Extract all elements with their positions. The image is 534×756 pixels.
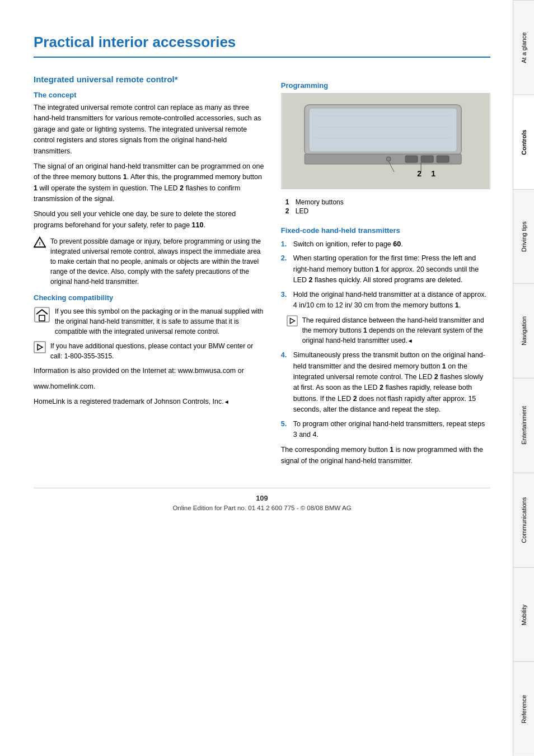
sidebar-tab-driving-tips[interactable]: Driving tips (513, 189, 534, 284)
mirror-illustration: 2 1 (282, 94, 490, 189)
warning-text: To prevent possible damage or injury, be… (50, 236, 264, 287)
step-4: 4. Simultaneously press the transmit but… (281, 350, 490, 415)
steps-list-2: 4. Simultaneously press the transmit but… (281, 350, 490, 440)
steps-list: 1. Switch on ignition, refer to page 60.… (281, 239, 490, 311)
concept-p3: Should you sell your vehicle one day, be… (34, 209, 264, 231)
conclusion-text: The corresponding memory button 1 is now… (281, 445, 490, 466)
page-number: 109 (34, 494, 490, 502)
step-1: 1. Switch on ignition, refer to page 60. (281, 239, 490, 250)
step3-note: The required distance between the hand-h… (302, 315, 490, 346)
play-info-box: If you have additional questions, please… (34, 341, 264, 361)
warning-icon: ! (34, 236, 46, 287)
svg-point-15 (386, 157, 391, 161)
svg-text:!: ! (39, 241, 41, 246)
image-label-2: 2 LED (285, 207, 486, 215)
checking-info2: If you have additional questions, please… (50, 341, 264, 361)
image-labels: 1 Memory buttons 2 LED (281, 196, 490, 220)
checking-p1: Information is also provided on the Inte… (34, 366, 264, 376)
sidebar-tab-controls[interactable]: Controls (513, 95, 534, 189)
sidebar-tab-mobility[interactable]: Mobility (513, 567, 534, 662)
footer-text: Online Edition for Part no. 01 41 2 600 … (34, 505, 490, 511)
svg-rect-12 (405, 156, 418, 162)
svg-rect-7 (309, 108, 457, 152)
warning-box: ! To prevent possible damage or injury, … (34, 236, 264, 287)
checking-p3: HomeLink is a registered trademark of Jo… (34, 396, 264, 407)
rearview-mirror-image: 2 1 (281, 93, 490, 189)
checking-info1: If you see this symbol on the packaging … (55, 306, 264, 337)
right-column: Programming (281, 74, 490, 471)
sidebar-tab-at-a-glance[interactable]: At a glance (513, 0, 534, 95)
section-heading: Integrated universal remote control* (34, 74, 264, 84)
sidebar-tab-communications[interactable]: Communications (513, 473, 534, 567)
home-info-box: If you see this symbol on the packaging … (34, 306, 264, 337)
sidebar-tab-navigation[interactable]: Navigation (513, 283, 534, 378)
home-icon (34, 306, 50, 337)
play-icon-2 (287, 315, 298, 346)
concept-heading: The concept (34, 91, 264, 99)
svg-rect-13 (421, 156, 433, 162)
svg-rect-3 (34, 342, 45, 353)
step-5: 5. To program other original hand-held t… (281, 419, 490, 441)
image-label-1: 1 Memory buttons (285, 198, 486, 206)
svg-rect-14 (437, 156, 449, 162)
programming-heading: Programming (281, 81, 490, 90)
fixed-heading: Fixed-code hand-held transmitters (281, 226, 490, 235)
sidebar-tab-entertainment[interactable]: Entertainment (513, 378, 534, 473)
page-title: Practical interior accessories (34, 34, 490, 58)
page-footer: 109 Online Edition for Part no. 01 41 2 … (34, 488, 490, 511)
step3-note-box: The required distance between the hand-h… (287, 315, 490, 346)
left-column: Integrated universal remote control* The… (34, 74, 264, 471)
sidebar: At a glance Controls Driving tips Naviga… (513, 0, 534, 756)
svg-marker-21 (290, 319, 294, 324)
svg-text:1: 1 (431, 169, 435, 178)
svg-rect-2 (39, 315, 45, 321)
svg-rect-20 (287, 316, 297, 326)
svg-marker-4 (38, 344, 43, 350)
play-icon (34, 341, 46, 361)
step-2: 2. When starting operation for the first… (281, 253, 490, 286)
checking-p2: www.homelink.com. (34, 381, 264, 392)
step-3: 3. Hold the original hand-held transmitt… (281, 290, 490, 311)
concept-p1: The integrated universal remote control … (34, 102, 264, 157)
sidebar-tab-reference[interactable]: Reference (513, 661, 534, 756)
checking-heading: Checking compatibility (34, 293, 264, 302)
concept-p2: The signal of an original hand-held tran… (34, 161, 264, 205)
